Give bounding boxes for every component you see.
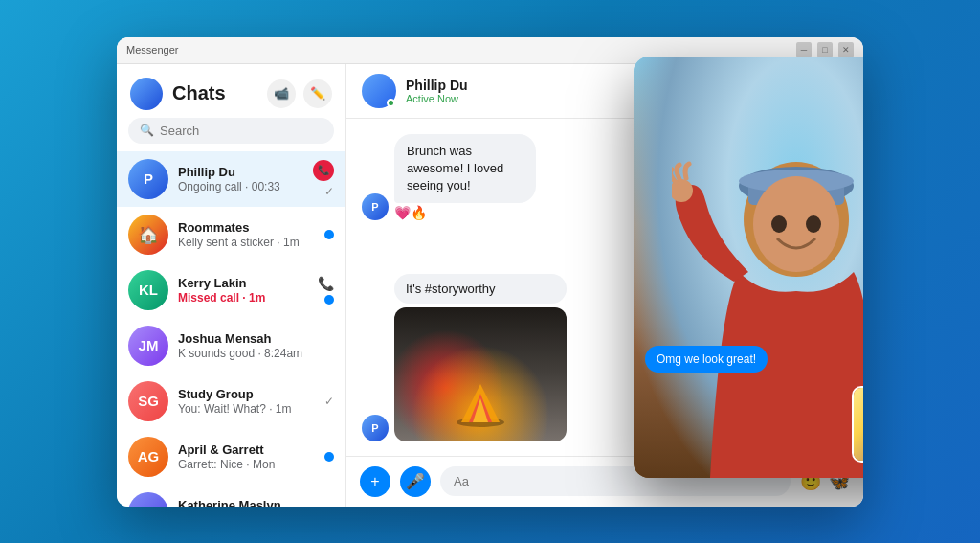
self-video-preview bbox=[852, 386, 863, 463]
search-bar[interactable]: 🔍 bbox=[128, 118, 334, 144]
msg-avatar-story: P bbox=[362, 415, 389, 441]
video-main: Omg we look great! bbox=[634, 57, 863, 478]
msg-brunch-wrapper: Brunch was awesome! I loved seeing you! … bbox=[394, 134, 652, 221]
chat-item-katherine[interactable]: KM Katherine Maslyn You sent a sticker ·… bbox=[117, 485, 345, 507]
chat-name-roommates: Roommates bbox=[178, 220, 315, 235]
chat-meta-roommates bbox=[324, 230, 334, 239]
chat-info-katherine: Katherine Maslyn You sent a sticker · 1m bbox=[178, 498, 315, 507]
chat-item-roommates[interactable]: 🏠 Roommates Kelly sent a sticker · 1m bbox=[117, 207, 345, 262]
msg-bubble-brunch: Brunch was awesome! I loved seeing you! bbox=[394, 134, 536, 204]
svg-point-9 bbox=[771, 215, 787, 233]
chat-meta-april bbox=[324, 452, 334, 462]
chat-preview-study: You: Wait! What? · 1m bbox=[178, 402, 315, 416]
chat-info-april: April & Garrett Garrett: Nice · Mon bbox=[178, 442, 315, 471]
chat-info-study: Study Group You: Wait! What? · 1m bbox=[178, 387, 315, 416]
unread-dot-april bbox=[324, 452, 334, 462]
chat-meta-kerry: 📞 bbox=[318, 276, 334, 305]
avatar-roommates: 🏠 bbox=[128, 215, 168, 255]
chat-info-roommates: Roommates Kelly sent a sticker · 1m bbox=[178, 220, 315, 249]
read-icon-phillip: ✓ bbox=[324, 185, 334, 198]
app-title: Messenger bbox=[126, 44, 178, 56]
video-overlay-message: Omg we look great! bbox=[645, 346, 768, 373]
add-button[interactable]: + bbox=[360, 466, 390, 497]
msg-image-campfire bbox=[394, 307, 567, 441]
chat-name-kerry: Kerry Lakin bbox=[178, 276, 308, 290]
msg-avatar: P bbox=[362, 193, 389, 220]
chat-info-kerry: Kerry Lakin Missed call · 1m bbox=[178, 276, 308, 305]
chat-meta-katherine: ✓ bbox=[324, 506, 334, 507]
chat-item-april[interactable]: AG April & Garrett Garrett: Nice · Mon bbox=[117, 429, 345, 485]
end-call-button[interactable]: 📞 bbox=[313, 160, 334, 181]
chat-item-study[interactable]: SG Study Group You: Wait! What? · 1m ✓ bbox=[117, 373, 345, 429]
chat-name-katherine: Katherine Maslyn bbox=[178, 498, 315, 507]
new-video-button[interactable]: 📹 bbox=[267, 79, 296, 108]
avatar-april: AG bbox=[128, 437, 168, 477]
msg-reactions-brunch: 💗🔥 bbox=[394, 205, 652, 220]
read-icon-study: ✓ bbox=[324, 395, 334, 408]
app-window: Messenger ─ □ ✕ Chats 📹 ✏️ 🔍 bbox=[117, 37, 863, 507]
unread-dot-kerry bbox=[324, 295, 334, 305]
campfire-icon bbox=[452, 379, 509, 427]
self-person-svg bbox=[861, 394, 863, 461]
avatar-katherine: KM bbox=[128, 492, 168, 507]
sidebar-header: Chats 📹 ✏️ bbox=[117, 64, 345, 118]
avatar-phillip: P bbox=[128, 159, 168, 199]
read-icon-katherine: ✓ bbox=[324, 506, 334, 507]
avatar-study: SG bbox=[128, 381, 168, 421]
user-avatar[interactable] bbox=[130, 78, 163, 110]
story-messages: It's #storyworthy bbox=[394, 274, 567, 441]
chat-meta-phillip: 📞 ✓ bbox=[313, 160, 334, 198]
chat-name-phillip: Phillip Du bbox=[178, 165, 303, 179]
msg-bubble-hashtag: It's #storyworthy bbox=[394, 274, 567, 304]
missed-call-icon-kerry: 📞 bbox=[318, 276, 334, 291]
chat-header-avatar bbox=[362, 74, 396, 108]
chat-preview-roommates: Kelly sent a sticker · 1m bbox=[178, 236, 315, 249]
chat-preview-phillip: Ongoing call · 00:33 bbox=[178, 180, 303, 193]
unread-dot-roommates bbox=[324, 230, 334, 239]
chat-list: P Phillip Du Ongoing call · 00:33 📞 ✓ bbox=[117, 151, 345, 507]
avatar-kerry: KL bbox=[128, 270, 168, 310]
sidebar-title: Chats bbox=[172, 82, 267, 104]
person-svg bbox=[672, 133, 863, 478]
online-status-dot bbox=[387, 99, 395, 107]
svg-point-8 bbox=[753, 176, 839, 272]
chat-item-kerry[interactable]: KL Kerry Lakin Missed call · 1m 📞 bbox=[117, 262, 345, 318]
chat-preview-kerry: Missed call · 1m bbox=[178, 291, 308, 305]
chat-info-joshua: Joshua Mensah K sounds good · 8:24am bbox=[178, 331, 324, 360]
search-input[interactable] bbox=[160, 124, 323, 138]
svg-point-10 bbox=[806, 215, 821, 233]
sidebar-header-icons: 📹 ✏️ bbox=[267, 79, 332, 108]
active-call-badge: 📞 bbox=[313, 160, 334, 181]
chat-name-study: Study Group bbox=[178, 387, 315, 401]
chat-name-joshua: Joshua Mensah bbox=[178, 331, 324, 346]
chat-preview-april: Garrett: Nice · Mon bbox=[178, 458, 315, 471]
video-person bbox=[634, 57, 863, 478]
avatar-joshua: JM bbox=[128, 326, 168, 366]
chat-item-phillip[interactable]: P Phillip Du Ongoing call · 00:33 📞 ✓ bbox=[117, 151, 345, 207]
search-icon: 🔍 bbox=[140, 124, 154, 137]
chat-preview-joshua: K sounds good · 8:24am bbox=[178, 347, 324, 360]
chat-meta-study: ✓ bbox=[324, 395, 334, 408]
video-call-overlay: Omg we look great! bbox=[634, 57, 863, 478]
sidebar: Chats 📹 ✏️ 🔍 P Phillip Du bbox=[117, 64, 346, 507]
new-chat-button[interactable]: ✏️ bbox=[303, 79, 332, 108]
chat-name-april: April & Garrett bbox=[178, 442, 315, 457]
microphone-button[interactable]: 🎤 bbox=[400, 466, 431, 497]
chat-info-phillip: Phillip Du Ongoing call · 00:33 bbox=[178, 165, 303, 193]
chat-item-joshua[interactable]: JM Joshua Mensah K sounds good · 8:24am bbox=[117, 318, 345, 373]
